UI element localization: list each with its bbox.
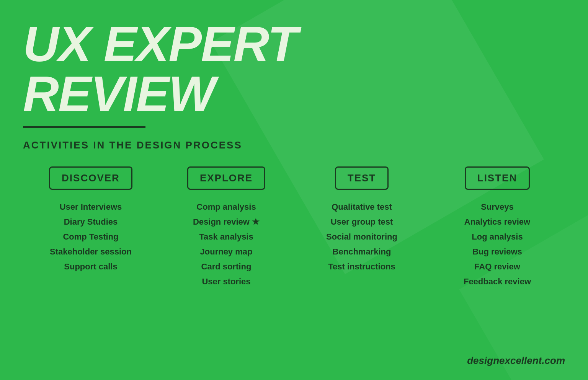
test-items: Qualitative test User group test Social … xyxy=(326,201,397,273)
list-item: User group test xyxy=(331,215,393,228)
explore-header-label: EXPLORE xyxy=(200,172,253,184)
discover-header-label: DISCOVER xyxy=(62,172,120,184)
list-item: Support calls xyxy=(64,260,117,273)
list-item: Task analysis xyxy=(199,230,253,243)
page-container: UX EXPERT REVIEW ACTIVITIES IN THE DESIG… xyxy=(0,0,588,380)
list-item: Bug reviews xyxy=(472,245,522,258)
list-item: Card sorting xyxy=(201,260,252,273)
list-item: Social monitoring xyxy=(326,230,397,243)
list-item: Log analysis xyxy=(472,230,523,243)
discover-column: DISCOVER User Interviews Diary Studies C… xyxy=(23,166,158,288)
list-item: Comp analysis xyxy=(196,201,256,213)
title-divider xyxy=(23,126,145,128)
list-item: Design review ★ xyxy=(193,215,260,228)
explore-column: EXPLORE Comp analysis Design review ★ Ta… xyxy=(158,166,294,288)
discover-items: User Interviews Diary Studies Comp Testi… xyxy=(50,201,132,273)
list-item: Feedback review xyxy=(464,275,531,288)
test-header-label: TEST xyxy=(348,172,376,184)
list-item: Stakeholder session xyxy=(50,245,132,258)
list-item: Analytics review xyxy=(464,215,530,228)
subtitle: ACTIVITIES IN THE DESIGN PROCESS xyxy=(23,139,565,151)
list-item: Diary Studies xyxy=(64,215,118,228)
list-item: User stories xyxy=(202,275,250,288)
list-item: Surveys xyxy=(481,201,514,213)
discover-header-box: DISCOVER xyxy=(49,166,132,190)
list-item: Comp Testing xyxy=(63,230,118,243)
listen-column: LISTEN Surveys Analytics review Log anal… xyxy=(430,166,565,288)
list-item: Benchmarking xyxy=(333,245,391,258)
explore-header-box: EXPLORE xyxy=(187,166,265,190)
listen-items: Surveys Analytics review Log analysis Bu… xyxy=(464,201,531,288)
listen-header-label: LISTEN xyxy=(477,172,517,184)
columns-container: DISCOVER User Interviews Diary Studies C… xyxy=(23,166,565,288)
test-column: TEST Qualitative test User group test So… xyxy=(294,166,430,288)
list-item: FAQ review xyxy=(474,260,520,273)
website-credit: designexcellent.com xyxy=(467,355,565,367)
explore-items: Comp analysis Design review ★ Task analy… xyxy=(193,201,260,288)
list-item: Journey map xyxy=(200,245,253,258)
main-title: UX EXPERT REVIEW xyxy=(23,19,565,119)
list-item: User Interviews xyxy=(60,201,122,213)
listen-header-box: LISTEN xyxy=(465,166,530,190)
test-header-box: TEST xyxy=(335,166,389,190)
list-item: Qualitative test xyxy=(332,201,392,213)
list-item: Test instructions xyxy=(328,260,395,273)
